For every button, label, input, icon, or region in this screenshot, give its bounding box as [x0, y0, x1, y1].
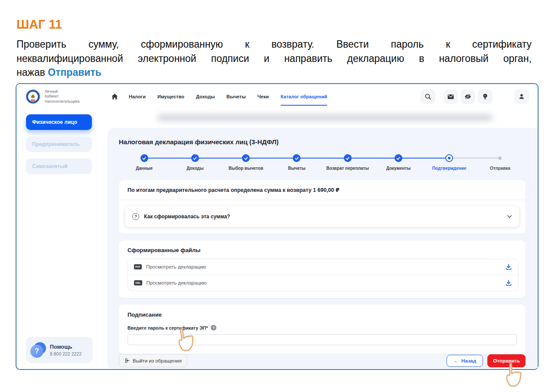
question-icon: ?	[30, 342, 46, 358]
nav-item-property[interactable]: Имущество	[157, 94, 184, 99]
back-button[interactable]: ← Назад	[447, 355, 483, 367]
profile-button[interactable]	[514, 89, 529, 104]
step-data[interactable]: Данные	[119, 154, 170, 171]
sidebar: Физическое лицо Предприниматель Самозаня…	[16, 109, 102, 369]
search-icon	[424, 93, 431, 100]
generated-files-card: Сформированные файлы PDF Просмотреть дек…	[119, 240, 526, 298]
messages-button[interactable]	[443, 89, 458, 104]
expander-label: Как сформировалась эта сумма?	[144, 214, 230, 220]
sidebar-item-individual[interactable]: Физическое лицо	[26, 114, 92, 130]
sum-explanation-expander[interactable]: ? Как сформировалась эта сумма?	[125, 206, 519, 227]
help-card[interactable]: ? Помощь 8 800 222 2222	[26, 337, 93, 363]
nav-item-deductions[interactable]: Вычеты	[226, 94, 245, 99]
scroll-shadow	[157, 114, 493, 121]
pdf-badge: PDF	[134, 264, 142, 269]
step-documents[interactable]: Документы	[373, 154, 424, 171]
signing-card: Подписание Введите пароль к сертификату …	[119, 305, 526, 354]
exit-icon	[124, 358, 130, 363]
step-overpayment-return[interactable]: Возврат переплаты	[322, 154, 373, 171]
check-icon	[244, 156, 248, 161]
exit-request-button[interactable]: Выйти из обращения	[119, 354, 187, 367]
files-title: Сформированные файлы	[127, 247, 519, 253]
lightbulb-icon	[482, 93, 489, 100]
certificate-password-input[interactable]	[127, 334, 517, 345]
nav-item-requests-catalog[interactable]: Каталог обращений	[281, 94, 327, 99]
submit-button[interactable]: Отправить	[487, 354, 526, 367]
visibility-button[interactable]	[460, 89, 475, 104]
mail-icon	[447, 93, 454, 100]
eye-off-icon	[464, 93, 472, 100]
check-icon	[396, 156, 401, 161]
main-area: Налоговая декларация физических лиц (3-Н…	[102, 109, 538, 369]
portal-header: Личный Кабинет Налогоплательщика Налоги …	[16, 84, 538, 109]
download-icon	[505, 263, 512, 270]
xml-badge: XML	[134, 280, 142, 285]
actions-bar: Выйти из обращения ← Назад Отправить	[119, 354, 526, 367]
brand: Личный Кабинет Налогоплательщика	[25, 89, 108, 104]
submit-keyword: Отправить	[48, 67, 101, 78]
download-icon	[505, 279, 512, 286]
check-icon	[193, 156, 197, 161]
page: { "intro": { "step_label": "ШАГ 11", "li…	[0, 0, 555, 392]
nav-item-taxes[interactable]: Налоги	[129, 94, 146, 99]
signing-title: Подписание	[127, 311, 517, 318]
help-phone: 8 800 222 2222	[50, 351, 82, 356]
certificate-password-label: Введите пароль к сертификату ЭП*	[127, 325, 208, 330]
declaration-panel: Налоговая декларация физических лиц (3-Н…	[108, 128, 538, 368]
instruction-line-1: Проверить сумму, сформированную к возвра…	[16, 37, 532, 52]
portal-window: Личный Кабинет Налогоплательщика Налоги …	[16, 83, 539, 370]
home-icon	[111, 93, 118, 100]
refund-summary-text: По итогам предварительного расчета опред…	[119, 180, 526, 200]
refund-summary-card: По итогам предварительного расчета опред…	[119, 180, 526, 234]
download-xml-button[interactable]	[505, 279, 512, 286]
step-confirmation[interactable]: Подтверждение	[424, 154, 475, 171]
nav-item-income[interactable]: Доходы	[196, 94, 215, 99]
instruction-line-3: нажав Отправить	[16, 65, 532, 80]
download-pdf-button[interactable]	[505, 263, 512, 270]
page-title: Налоговая декларация физических лиц (3-Н…	[119, 138, 526, 146]
step-deductions[interactable]: Вычеты	[271, 154, 322, 171]
fns-logo-icon	[25, 89, 41, 104]
home-button[interactable]	[111, 93, 118, 100]
main-nav: Налоги Имущество Доходы Вычеты Чеки Ката…	[129, 94, 327, 99]
file-row-xml[interactable]: XML Просмотреть декларацию	[128, 275, 518, 291]
instruction-block: ШАГ 11 Проверить сумму, сформированную к…	[16, 17, 532, 80]
chevron-down-icon	[507, 215, 512, 218]
step-deduction-choice[interactable]: Выбор вычетов	[221, 154, 271, 171]
portal-body: Физическое лицо Предприниматель Самозаня…	[16, 109, 538, 369]
help-tooltip-icon[interactable]: ?	[211, 325, 216, 330]
brand-title: Личный Кабинет Налогоплательщика	[45, 89, 79, 104]
step-sending[interactable]: Отправка	[475, 154, 526, 171]
nav-item-receipts[interactable]: Чеки	[258, 94, 269, 99]
files-list: PDF Просмотреть декларацию	[127, 259, 519, 291]
arrow-left-icon: ←	[454, 358, 459, 363]
sidebar-item-entrepreneur[interactable]: Предприниматель	[26, 136, 92, 152]
step-heading: ШАГ 11	[16, 17, 532, 32]
header-icons	[421, 89, 529, 104]
search-button[interactable]	[421, 89, 435, 104]
question-icon: ?	[132, 213, 139, 220]
instruction-line-2: неквалифицированной электронной подписи …	[16, 52, 532, 66]
check-icon	[142, 156, 147, 161]
check-icon	[345, 156, 350, 161]
user-icon	[518, 93, 525, 100]
sidebar-item-self-employed[interactable]: Самозанятый	[26, 159, 92, 174]
file-row-pdf[interactable]: PDF Просмотреть декларацию	[128, 259, 518, 275]
tips-button[interactable]	[478, 89, 493, 104]
check-icon	[294, 156, 299, 161]
help-title: Помощь	[50, 344, 82, 350]
step-income[interactable]: Доходы	[170, 154, 220, 171]
stepper: Данные Доходы Выбор вычетов	[119, 154, 526, 171]
